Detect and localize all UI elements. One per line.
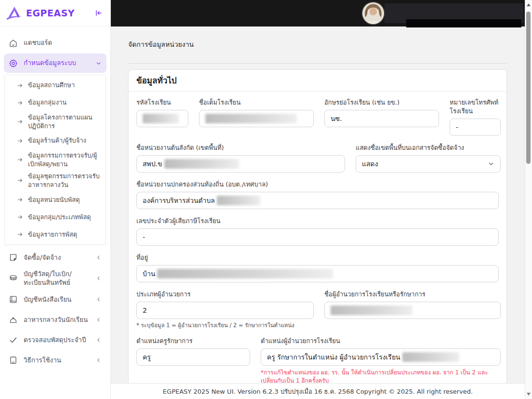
school-abbr-input[interactable]: นซ. — [324, 110, 439, 127]
redacted-value — [402, 352, 459, 362]
field-label: แสดงชื่อเขตพื้นที่บนเอกสารจัดซื้อจัดจ้าง — [356, 144, 501, 152]
form-row-4: เลขประจำตัวผู้เสียภาษีโรงเรียน - — [136, 217, 499, 246]
sidebar-subitem-inspectors[interactable]: ข้อมูลกรรมการตรวจรับ/ผู้เบิกพัสดุ/พยาน — [5, 149, 106, 170]
subitem-label: ข้อมูลกลุ่ม/ประเภทพัสดุ — [28, 213, 91, 222]
redacted-value — [331, 306, 412, 315]
file-icon — [9, 253, 18, 262]
arrow-right-icon — [17, 119, 23, 125]
arrow-right-icon — [17, 100, 23, 106]
sidebar-item-material-ledger[interactable]: บัญชีวัสดุ/ใบเบิก/ทะเบียนสินทรัพย์ — [4, 268, 106, 289]
field-label: เลขประจำตัวผู้เสียภาษีโรงเรียน — [136, 217, 499, 226]
address-input[interactable]: บ้าน — [136, 265, 499, 282]
field-label: ชื่อหน่วยงานต้นสังกัด (เขตพื้นที่) — [136, 144, 345, 152]
app-logo[interactable]: EGPEASY — [6, 6, 89, 21]
field-label: รหัสโรงเรียน — [136, 98, 188, 107]
sidebar-subitem-lunch-inspectors[interactable]: ข้อมูลชุดกรรมการตรวจรับอาหารกลางวัน — [5, 170, 106, 191]
input-value: - — [143, 233, 145, 241]
sidebar-item-label: กำหนดข้อมูลระบบ — [24, 59, 90, 67]
school-full-name-input[interactable] — [199, 110, 314, 127]
footer-text: EGPEASY 2025 New UI. Version 6.2.3 ปรับป… — [163, 386, 473, 397]
form-row-7: ตำแหน่งครูรักษาการ ครู ตำแหน่งผู้อำนวยกา… — [136, 337, 499, 385]
sidebar-subitem-workgroup[interactable]: ข้อมูลกลุ่มงาน — [5, 94, 106, 111]
title-divider — [128, 63, 507, 64]
school-phone-input[interactable]: - — [450, 119, 501, 136]
form-row-1: รหัสโรงเรียน ชื่อเต็มโรงเรียน อักษรย่อโร… — [136, 98, 499, 136]
field-tax-id: เลขประจำตัวผู้เสียภาษีโรงเรียน - — [136, 217, 499, 246]
sidebar-subitem-vendors[interactable]: ข้อมูลร้านค้า/ผู้รับจ้าง — [5, 132, 106, 149]
acting-teacher-position-input[interactable]: ครู — [136, 348, 250, 366]
sidebar-item-user-guide[interactable]: วิธีการใช้งาน — [4, 350, 106, 370]
sidebar-subitem-material-groups[interactable]: ข้อมูลกลุ่ม/ประเภทพัสดุ — [5, 208, 106, 226]
user-avatar[interactable] — [362, 2, 384, 24]
sidebar-item-system-data[interactable]: กำหนดข้อมูลระบบ — [4, 53, 106, 73]
scrollbar-down-arrow[interactable] — [527, 393, 531, 396]
show-area-select[interactable]: แสดง — [356, 155, 501, 173]
collapse-icon — [94, 9, 103, 17]
form-row-2: ชื่อหน่วยงานต้นสังกัด (เขตพื้นที่) สพป.ข… — [136, 144, 499, 173]
chevron-left-icon — [95, 254, 102, 261]
field-address: ที่อยู่ บ้าน — [136, 253, 499, 282]
redacted-value — [143, 114, 179, 123]
chevron-left-icon — [95, 275, 102, 281]
input-value: สพป.ข — [143, 159, 162, 169]
field-label: ชื่อผู้อำนวยการโรงเรียนหรือรักษาการ — [324, 290, 501, 299]
check-icon — [9, 335, 18, 345]
director-position-warning: *การแก้ไขตำแหน่งของ ผอ. รร. นั้น ให้ดำเน… — [261, 369, 501, 385]
director-name-input[interactable] — [324, 302, 501, 319]
subitem-label: ข้อมูลสถานศึกษา — [28, 81, 75, 90]
form-row-6: ประเภทผู้อำนวยการ 2 * ระบุข้อมูล 1 = ผู้… — [136, 290, 499, 329]
director-type-helper: * ระบุข้อมูล 1 = ผู้อำนวยการโรงเรียน / 2… — [136, 322, 314, 329]
subitem-label: ข้อมูลกรรมการตรวจรับ/ผู้เบิกพัสดุ/พยาน — [28, 151, 102, 168]
sidebar-item-annual-inventory-check[interactable]: ตรวจสอบพัสดุประจำปี — [4, 330, 106, 349]
director-position-input[interactable]: ครู รักษาการในตำแหน่ง ผู้อำนวยการโรงเรีย… — [261, 348, 501, 366]
director-type-input[interactable]: 2 — [136, 302, 314, 319]
database-icon — [9, 274, 18, 283]
home-icon — [9, 39, 18, 48]
field-director-position: ตำแหน่งผู้อำนวยการโรงเรียน ครู รักษาการใ… — [261, 337, 501, 385]
school-code-input[interactable] — [136, 110, 188, 127]
sidebar-item-procurement[interactable]: จัดซื้อ/จัดจ้าง — [4, 248, 106, 267]
input-value: บ้าน — [143, 268, 155, 279]
tax-id-input[interactable]: - — [136, 228, 499, 246]
redacted-value — [205, 114, 297, 123]
food-cloche-icon — [9, 315, 18, 324]
input-value: นซ. — [331, 113, 342, 124]
sidebar-item-student-lunch[interactable]: อาหารกลางวันนักเรียน — [4, 310, 106, 329]
redacted-value — [157, 269, 333, 279]
sidebar-item-textbooks[interactable]: บัญชีหนังสือเรียน — [4, 290, 106, 309]
field-label: ที่อยู่ — [136, 253, 499, 262]
scrollbar-thumb[interactable] — [526, 12, 531, 164]
sidebar-subitem-project-plan[interactable]: ข้อมูลโครงการตามแผนปฏิบัติการ — [5, 111, 106, 132]
sidebar-subitem-school-info[interactable]: ข้อมูลสถานศึกษา — [5, 77, 106, 94]
field-director-type: ประเภทผู้อำนวยการ 2 * ระบุข้อมูล 1 = ผู้… — [136, 290, 314, 329]
field-label: ตำแหน่งผู้อำนวยการโรงเรียน — [261, 337, 501, 346]
redacted-value — [164, 159, 239, 169]
chevron-down-icon — [95, 60, 102, 66]
input-value: - — [456, 123, 458, 131]
redacted-value — [217, 196, 260, 205]
arrow-right-icon — [17, 214, 23, 220]
field-label: ชื่อหน่วยงานปกครองส่วนท้องถิ่น (อบต./เทศ… — [136, 180, 499, 189]
arrow-right-icon — [17, 231, 23, 238]
arrow-right-icon — [17, 157, 23, 163]
sidebar-header: EGPEASY — [0, 0, 110, 27]
field-label: ประเภทผู้อำนวยการ — [136, 290, 314, 299]
redacted-user-detail — [406, 19, 521, 27]
parent-agency-input[interactable]: สพป.ข — [136, 155, 345, 173]
sidebar-item-dashboard[interactable]: แดชบอร์ด — [4, 33, 106, 53]
sidebar-collapse-button[interactable] — [93, 8, 104, 18]
field-school-phone: หมายเลขโทรศัพท์โรงเรียน - — [450, 98, 501, 136]
main-content: จัดการข้อมูลหน่วยงาน ข้อมูลทั่วไป รหัสโร… — [111, 27, 525, 399]
sidebar-subitem-units[interactable]: ข้อมูลหน่วยนับพัสดุ — [5, 191, 106, 208]
local-gov-input[interactable]: องค์การบริหารส่วนตำบล — [136, 192, 499, 209]
vertical-scrollbar[interactable] — [525, 0, 532, 399]
sidebar-item-label: จัดซื้อ/จัดจ้าง — [24, 253, 90, 262]
sidebar-item-label: อาหารกลางวันนักเรียน — [24, 316, 90, 324]
field-label: อักษรย่อโรงเรียน (เช่น ยข.) — [324, 98, 439, 107]
sidebar-subitem-material-items[interactable]: ข้อมูลรายการพัสดุ — [5, 226, 106, 243]
input-value: ครู — [143, 352, 151, 362]
page-title: จัดการข้อมูลหน่วยงาน — [128, 39, 507, 50]
scrollbar-up-arrow[interactable] — [527, 3, 531, 6]
footer: EGPEASY 2025 New UI. Version 6.2.3 ปรับป… — [111, 383, 525, 399]
subitem-label: ข้อมูลร้านค้า/ผู้รับจ้าง — [28, 136, 86, 145]
